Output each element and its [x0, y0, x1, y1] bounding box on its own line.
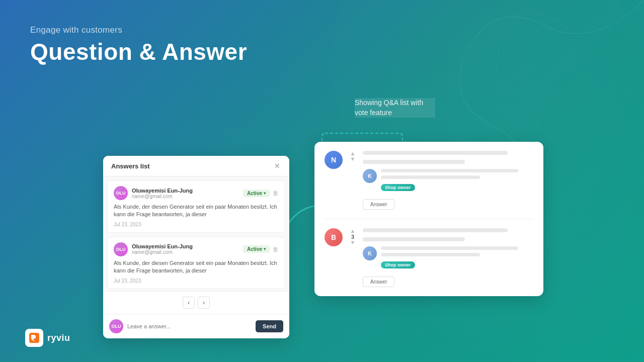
answer-bar-short	[381, 253, 480, 256]
avatar-k: K	[363, 246, 377, 260]
logo-icon	[25, 329, 43, 347]
shop-owner-badge: Shop owner	[381, 261, 415, 268]
answer-bar-short	[381, 175, 480, 179]
qa-panel: N ▲ ▼ K Shop owner Answer	[314, 142, 543, 296]
svg-point-1	[564, 0, 644, 65]
vote-section: ▲ ▼	[348, 151, 358, 210]
avatar: B	[325, 228, 343, 246]
user-details: Oluwayemisi Eun-Jung name@gmail.com	[132, 188, 193, 199]
answer-item: OLU Oluwayemisi Eun-Jung name@gmail.com …	[107, 237, 285, 289]
qa-content: K Shop owner Answer	[363, 151, 533, 210]
user-email: name@gmail.com	[132, 249, 193, 255]
user-info: OLU Oluwayemisi Eun-Jung name@gmail.com	[114, 186, 193, 200]
engage-text: Engage with customers	[30, 25, 247, 35]
answer-bar	[381, 169, 518, 172]
shop-owner-badge: Shop owner	[381, 184, 415, 191]
user-info: OLU Oluwayemisi Eun-Jung name@gmail.com	[114, 242, 193, 256]
close-button[interactable]: ✕	[273, 162, 281, 170]
avatar: OLU	[114, 242, 128, 256]
answer-content-area: Shop owner	[381, 246, 533, 273]
answer-content-area: Shop owner	[381, 169, 533, 195]
answer-actions: Active ▾ 🗑	[243, 245, 279, 253]
answer-date: Jul 23, 2023	[114, 278, 279, 284]
answer-item-header: OLU Oluwayemisi Eun-Jung name@gmail.com …	[114, 186, 279, 200]
answer-input[interactable]	[127, 323, 252, 329]
chevron-down-icon: ▾	[264, 247, 266, 251]
avatar-k: K	[363, 169, 377, 183]
user-details: Oluwayemisi Eun-Jung name@gmail.com	[132, 243, 193, 255]
next-page-button[interactable]: ›	[198, 297, 210, 309]
user-name: Oluwayemisi Eun-Jung	[132, 188, 193, 194]
answer-input-area: OLU Send	[103, 314, 289, 338]
tooltip-bubble: Showing Q&A list with vote feature	[355, 98, 435, 118]
ryviu-logo-svg	[28, 332, 40, 344]
question-bar-short	[363, 160, 465, 164]
vote-down-icon[interactable]: ▼	[350, 240, 356, 245]
answer-button[interactable]: Answer	[363, 277, 394, 287]
answer-item: OLU Oluwayemisi Eun-Jung name@gmail.com …	[107, 180, 285, 233]
user-email: name@gmail.com	[132, 194, 193, 199]
delete-icon[interactable]: 🗑	[273, 190, 279, 197]
answer-text: Als Kunde, der diesen Generator seit ein…	[114, 259, 279, 275]
vote-up-icon[interactable]: ▲	[350, 228, 356, 234]
qa-item: B ▲ 3 ▼ K Shop owner Answer	[325, 228, 533, 287]
answer-text: Als Kunde, der diesen Generator seit ein…	[114, 203, 279, 219]
answers-panel: Answers list ✕ OLU Oluwayemisi Eun-Jung …	[103, 156, 289, 338]
answer-button[interactable]: Answer	[363, 199, 394, 210]
pagination: ‹ ›	[103, 291, 289, 314]
qa-content: K Shop owner Answer	[363, 228, 533, 287]
avatar: OLU	[109, 319, 123, 333]
question-bar-short	[363, 237, 465, 241]
answer-item-header: OLU Oluwayemisi Eun-Jung name@gmail.com …	[114, 242, 279, 256]
answer-bar	[381, 246, 518, 250]
header-section: Engage with customers Question & Answer	[30, 25, 247, 65]
send-button[interactable]: Send	[256, 320, 283, 332]
avatar: OLU	[114, 186, 128, 200]
logo-text: ryviu	[47, 333, 70, 343]
chevron-down-icon: ▾	[264, 191, 266, 196]
answers-panel-header: Answers list ✕	[103, 156, 289, 176]
question-bar	[363, 151, 508, 155]
page-title: Question & Answer	[30, 38, 247, 65]
delete-icon[interactable]: 🗑	[273, 246, 279, 253]
qa-answer-row: K Shop owner	[363, 169, 533, 195]
qa-item: N ▲ ▼ K Shop owner Answer	[325, 151, 533, 219]
tooltip-text: Showing Q&A list with vote feature	[355, 99, 423, 117]
prev-page-button[interactable]: ‹	[183, 297, 195, 309]
answer-date: Jul 23, 2023	[114, 222, 279, 227]
question-bar	[363, 228, 508, 232]
status-badge[interactable]: Active ▾	[243, 245, 270, 253]
vote-section: ▲ 3 ▼	[348, 228, 358, 287]
logo-section: ryviu	[25, 329, 70, 347]
avatar: N	[325, 151, 343, 169]
vote-down-icon[interactable]: ▼	[350, 156, 356, 162]
answers-panel-title: Answers list	[111, 162, 150, 170]
status-badge[interactable]: Active ▾	[243, 190, 270, 197]
svg-point-0	[508, 0, 629, 101]
user-name: Oluwayemisi Eun-Jung	[132, 243, 193, 249]
qa-answer-row: K Shop owner	[363, 246, 533, 273]
answer-actions: Active ▾ 🗑	[243, 190, 279, 197]
